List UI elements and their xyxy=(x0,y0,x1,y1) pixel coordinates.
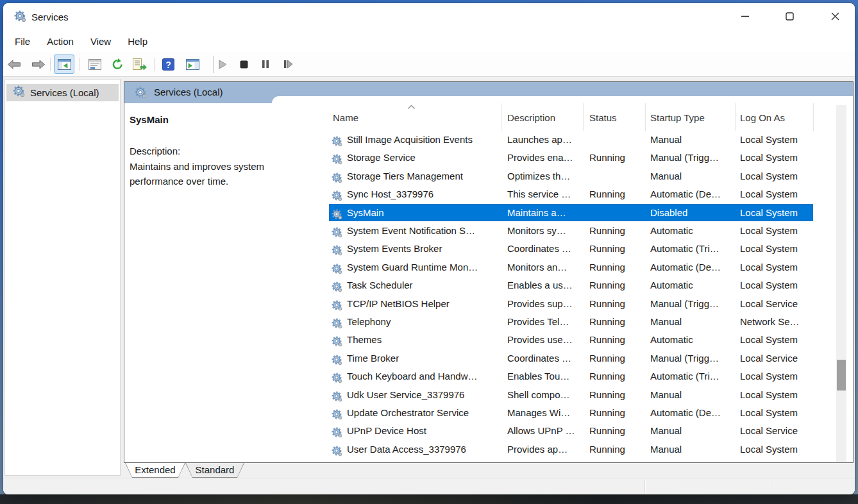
startup-type-cell: Automatic (Tri… xyxy=(650,240,736,258)
table-row[interactable]: System Events BrokerCoordinates …Running… xyxy=(324,240,836,258)
forward-icon xyxy=(31,60,46,69)
status-cell: Running xyxy=(589,404,647,422)
service-gear-icon xyxy=(332,262,342,273)
log-on-as-cell: Local System xyxy=(740,131,812,149)
start-service-button[interactable] xyxy=(212,55,233,74)
description-cell: Shell compo… xyxy=(507,386,582,404)
service-name-cell: Task Scheduler xyxy=(347,276,500,294)
column-header-log-on-as[interactable]: Log On As xyxy=(740,112,785,123)
log-on-as-cell: Local System xyxy=(740,331,812,349)
service-name-cell: Storage Tiers Management xyxy=(347,167,500,185)
startup-type-cell: Automatic (Tri… xyxy=(650,367,736,385)
service-gear-icon xyxy=(332,409,342,420)
tab-standard[interactable]: Standard xyxy=(185,463,244,478)
menu-view[interactable]: View xyxy=(82,33,119,49)
table-row[interactable]: Touch Keyboard and Handw…Enables Tou…Run… xyxy=(324,367,836,385)
column-header-startup-type[interactable]: Startup Type xyxy=(650,112,705,123)
service-gear-icon xyxy=(332,446,342,457)
column-header-status[interactable]: Status xyxy=(589,112,617,123)
table-row[interactable]: TelephonyProvides Tel…RunningManualNetwo… xyxy=(324,313,836,331)
service-gear-icon xyxy=(332,209,342,220)
service-gear-icon xyxy=(332,226,342,237)
refresh-button[interactable] xyxy=(107,55,128,74)
start-icon xyxy=(219,60,227,69)
stop-service-button[interactable] xyxy=(233,55,254,74)
service-gear-icon xyxy=(332,153,342,164)
table-row[interactable]: ThemesProvides use…RunningAutomaticLocal… xyxy=(324,331,836,349)
tab-extended[interactable]: Extended xyxy=(125,463,185,478)
startup-type-cell: Manual xyxy=(650,131,736,149)
service-gear-icon xyxy=(332,172,342,183)
menu-help[interactable]: Help xyxy=(119,33,156,49)
service-gear-icon xyxy=(332,136,342,147)
table-row[interactable]: Task SchedulerEnables a us…RunningAutoma… xyxy=(324,276,836,294)
tree-item-services-local[interactable]: Services (Local) xyxy=(6,84,119,101)
pause-service-button[interactable] xyxy=(255,55,276,74)
column-header-name[interactable]: Name xyxy=(333,112,358,123)
log-on-as-cell: Local System xyxy=(740,404,812,422)
service-gear-icon xyxy=(332,444,342,455)
service-name-cell: SysMain xyxy=(347,204,500,222)
table-row[interactable]: SysMainMaintains a…DisabledLocal System xyxy=(324,204,836,222)
service-gear-icon xyxy=(332,373,342,383)
service-gear-icon xyxy=(332,391,342,402)
service-name-cell: TCP/IP NetBIOS Helper xyxy=(347,295,500,313)
description-cell: This service … xyxy=(507,185,582,203)
table-row[interactable]: User Data Access_3379976Provides ap…Runn… xyxy=(324,441,836,458)
description-cell: Manages Wi… xyxy=(507,404,582,422)
stop-icon xyxy=(240,60,248,69)
scrollbar-thumb[interactable] xyxy=(837,360,846,391)
service-gear-icon xyxy=(332,299,342,310)
tab-standard-label: Standard xyxy=(185,464,244,475)
table-row[interactable]: Udk User Service_3379976Shell compo…Runn… xyxy=(324,386,836,404)
column-header-description[interactable]: Description xyxy=(507,112,555,123)
log-on-as-cell: Local System xyxy=(740,386,812,404)
table-row[interactable]: TCP/IP NetBIOS HelperProvides sup…Runnin… xyxy=(324,295,836,313)
service-gear-icon xyxy=(332,427,342,438)
table-row-partial[interactable] xyxy=(324,458,836,462)
tree-item-label: Services (Local) xyxy=(30,87,99,98)
startup-type-cell: Automatic (De… xyxy=(650,258,736,276)
startup-type-cell: Manual xyxy=(650,386,736,404)
show-console-tree-button[interactable] xyxy=(54,55,74,74)
service-gear-icon xyxy=(135,87,147,99)
description-cell: Enables Tou… xyxy=(507,367,582,385)
status-cell: Running xyxy=(589,240,647,258)
status-cell: Running xyxy=(589,349,647,367)
minimize-button[interactable] xyxy=(730,3,760,29)
back-button[interactable] xyxy=(4,55,24,74)
vertical-scrollbar[interactable] xyxy=(836,105,846,462)
service-name-cell: Time Broker xyxy=(347,349,500,367)
log-on-as-cell: Local System xyxy=(740,441,812,458)
export-list-button[interactable] xyxy=(130,55,150,74)
table-row[interactable]: Time BrokerCoordinates …RunningManual (T… xyxy=(324,349,836,367)
show-action-pane-button[interactable] xyxy=(182,55,203,74)
menu-action[interactable]: Action xyxy=(38,33,82,49)
status-bar xyxy=(3,478,855,494)
log-on-as-cell: Local System xyxy=(740,185,812,203)
table-row[interactable]: Storage Tiers ManagementOptimizes th…Man… xyxy=(324,167,836,185)
description-text: Maintains and improves system performanc… xyxy=(130,160,293,189)
service-gear-icon xyxy=(332,190,342,201)
table-row[interactable]: UPnP Device HostAllows UPnP …RunningManu… xyxy=(324,422,836,440)
close-button[interactable] xyxy=(820,3,850,29)
table-row[interactable]: System Event Notification S…Monitors sy…… xyxy=(324,222,836,240)
description-cell: Coordinates … xyxy=(507,240,582,258)
table-row[interactable]: System Guard Runtime Mon…Monitors an…Run… xyxy=(324,258,836,276)
restart-service-button[interactable] xyxy=(278,55,298,74)
properties-button[interactable] xyxy=(85,55,105,74)
table-row[interactable]: Sync Host_3379976This service …RunningAu… xyxy=(324,185,836,203)
desktop-edge xyxy=(0,494,858,504)
service-name-cell: System Guard Runtime Mon… xyxy=(347,258,500,276)
table-row[interactable]: Storage ServiceProvides ena…RunningManua… xyxy=(324,149,836,167)
maximize-button[interactable] xyxy=(775,3,804,29)
help-button[interactable]: ? xyxy=(158,55,178,74)
forward-button[interactable] xyxy=(28,55,49,74)
description-cell: Optimizes th… xyxy=(507,167,582,185)
table-row[interactable]: Update Orchestrator ServiceManages Wi…Ru… xyxy=(324,404,836,422)
properties-icon xyxy=(88,59,101,70)
service-gear-icon xyxy=(332,318,342,329)
menu-file[interactable]: File xyxy=(6,33,38,49)
title-bar[interactable]: Services xyxy=(3,3,855,31)
table-row[interactable]: Still Image Acquisition EventsLaunches a… xyxy=(324,131,836,149)
